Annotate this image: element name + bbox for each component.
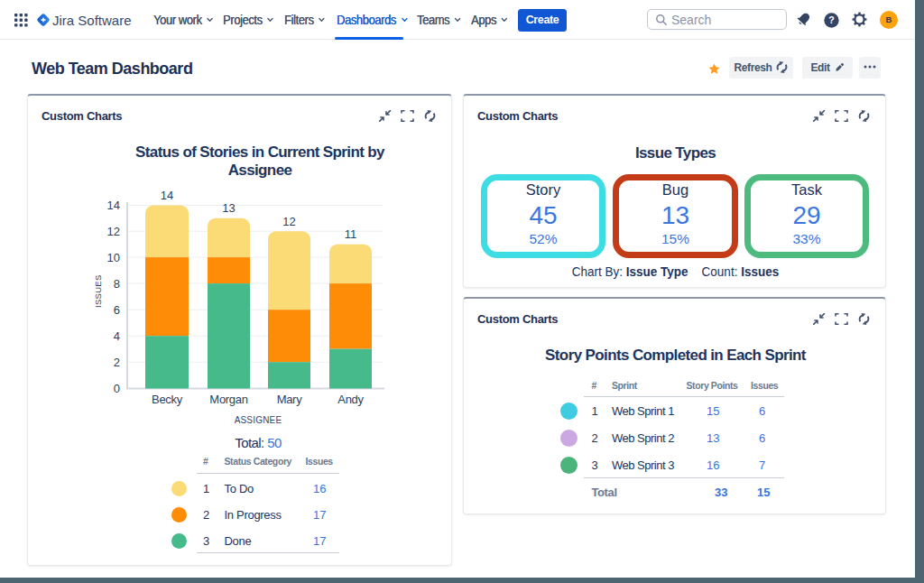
svg-text:11: 11 — [345, 227, 357, 241]
svg-text:Mary: Mary — [277, 393, 302, 406]
svg-text:12: 12 — [282, 215, 295, 228]
svg-text:4: 4 — [114, 329, 120, 343]
svg-text:Morgan: Morgan — [209, 393, 247, 406]
svg-text:?: ? — [828, 14, 834, 25]
svg-text:6: 6 — [114, 303, 120, 317]
svg-text:14: 14 — [107, 199, 120, 212]
svg-text:Andy: Andy — [337, 393, 364, 406]
svg-text:ISSUES: ISSUES — [93, 274, 103, 308]
svg-text:10: 10 — [107, 251, 120, 264]
svg-text:2: 2 — [114, 356, 120, 369]
svg-text:8: 8 — [114, 277, 120, 291]
svg-text:Becky: Becky — [152, 393, 183, 406]
svg-text:13: 13 — [222, 201, 235, 215]
svg-text:0: 0 — [114, 382, 120, 395]
svg-text:12: 12 — [107, 225, 120, 238]
svg-text:14: 14 — [161, 189, 173, 202]
